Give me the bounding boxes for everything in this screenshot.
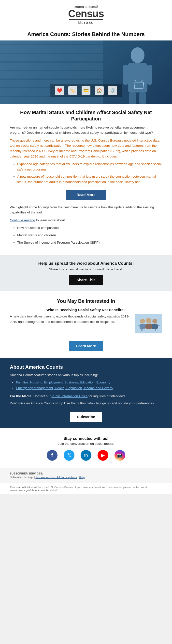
article-para3: We highlight some findings from the new … — [10, 204, 162, 215]
svg-line-7 — [141, 80, 142, 82]
svg-point-14 — [146, 318, 151, 323]
about-btn-center: Subscribe — [10, 408, 162, 422]
share-this-button[interactable]: Share This — [69, 275, 103, 285]
about-topic-2: Emergency Management, Health, Population… — [16, 386, 162, 391]
svg-rect-17 — [152, 324, 158, 329]
about-media-bold: For the Media: — [10, 394, 33, 398]
hero-image: ❤️ 🏷️ 💳 🏠 🛡️ — [0, 40, 172, 104]
footer-help-link[interactable]: Help — [79, 476, 85, 479]
hero-icon-items: 🏷️ — [68, 86, 77, 95]
bullet-item-2: A new measure of household composition t… — [17, 174, 162, 184]
about-signup-text: Don't miss an America Counts story! Use … — [10, 401, 162, 406]
about-topic-2-link[interactable]: Emergency Management, Health, Population… — [16, 386, 113, 390]
bullet2-item-3: The Survey of Income and Program Partici… — [17, 240, 162, 245]
footer-contact-link[interactable]: www.census.gov/about/contact-us.html — [10, 489, 57, 492]
read-more-button[interactable]: Read More — [66, 190, 106, 200]
svg-rect-5 — [139, 92, 146, 104]
logo: United States® Census Bureau — [3, 5, 169, 25]
bullet-item-1: Expanded age categories that allow users… — [17, 162, 162, 172]
interested-title: You May Be Interested In — [10, 298, 162, 304]
svg-rect-2 — [123, 65, 128, 85]
about-media: For the Media: Contact our Public Inform… — [10, 394, 162, 399]
share-title: Help us spread the word about America Co… — [10, 261, 162, 266]
subscribe-button[interactable]: Subscribe — [70, 412, 102, 422]
hero-icon-heart: ❤️ — [55, 86, 64, 95]
svg-rect-15 — [145, 324, 152, 329]
bullet2-item-2: Marital status and children — [17, 232, 162, 238]
logo-census: Census — [3, 8, 169, 19]
footer: SUBSCRIBER SERVICES: Subscriber Settings… — [0, 468, 172, 483]
linkedin-icon[interactable]: in — [81, 450, 91, 461]
about-section: About America Counts America Counts feat… — [0, 358, 172, 428]
learn-more-button[interactable]: Learn More — [69, 341, 103, 351]
interested-card-text: A new data tool allows users to explore … — [10, 314, 131, 324]
twitter-icon[interactable]: 𝕏 — [64, 450, 74, 461]
footer-subscriber-services: SUBSCRIBER SERVICES: — [10, 472, 162, 475]
instagram-icon[interactable]: 📷 — [114, 450, 125, 461]
social-section: Stay connected with us! Join the convers… — [0, 430, 172, 468]
hero-person-svg — [118, 46, 157, 104]
about-media-suffix: for inquiries or interviews. — [88, 394, 126, 398]
footer-subscriber-row: Subscriber Settings | Remove me from All… — [10, 476, 162, 479]
facebook-icon[interactable]: f — [47, 450, 58, 461]
article-para2: These questions and more can be answered… — [10, 138, 162, 159]
youtube-icon[interactable]: ▶ — [98, 450, 108, 461]
about-topics-list: Families, Housing, Employment, Business,… — [16, 380, 162, 391]
svg-rect-13 — [139, 324, 145, 329]
share-subtitle: Share this on social media or forward it… — [10, 268, 162, 271]
hero-icons-overlay: ❤️ 🏷️ 💳 🏠 🛡️ — [50, 84, 122, 97]
bullet2-item-1: New household composition — [17, 225, 162, 230]
header: United States® Census Bureau — [0, 0, 172, 27]
article-title: How Marital Status and Children Affect S… — [10, 109, 162, 122]
interested-content: A new data tool allows users to explore … — [10, 314, 162, 334]
interested-card-title: Who Is Receiving Social Safety Net Benef… — [10, 308, 162, 312]
svg-rect-4 — [129, 92, 136, 104]
about-intro: America Counts features stories on vario… — [10, 372, 162, 378]
interested-card: Who Is Receiving Social Safety Net Benef… — [10, 308, 162, 334]
article-bullets2: New household composition Marital status… — [17, 225, 162, 245]
interested-thumbnail — [135, 314, 162, 334]
hero-icon-home: 🏠 — [95, 86, 104, 95]
article-bullets: Expanded age categories that allow users… — [17, 162, 162, 184]
footer-bottom: This is an official email from the U.S. … — [0, 483, 172, 494]
footer-subscriber-label: SUBSCRIBER SERVICES: — [10, 472, 43, 475]
footer-remove-link[interactable]: Remove me from All Subscriptions — [35, 476, 77, 479]
article-para1: Are married- or unmarried-couple househo… — [10, 125, 162, 136]
about-topic-1: Families, Housing, Employment, Business,… — [16, 380, 162, 386]
footer-official-text: This is an official email from the U.S. … — [10, 486, 162, 492]
about-media-text: Contact our — [33, 394, 52, 398]
svg-line-6 — [135, 80, 136, 82]
article-continue: Continue reading to learn more about: — [10, 218, 162, 223]
social-icons-row: f 𝕏 in ▶ 📷 — [10, 450, 162, 461]
logo-bureau: Bureau — [3, 20, 169, 25]
svg-point-12 — [140, 319, 145, 324]
thumbnail-svg — [135, 314, 162, 334]
main-content: How Marital Status and Children Affect S… — [0, 104, 172, 253]
about-topic-1-link[interactable]: Families, Housing, Employment, Business,… — [16, 380, 110, 384]
interested-section: You May Be Interested In Who Is Receivin… — [0, 294, 172, 356]
share-section: Help us spread the word about America Co… — [0, 255, 172, 291]
continue-reading-link[interactable]: Continue reading — [10, 218, 35, 222]
svg-rect-3 — [147, 65, 152, 85]
page-title-section: America Counts: Stories Behind the Numbe… — [0, 27, 172, 40]
about-pio-link[interactable]: Public Information Office — [52, 394, 88, 398]
hero-icon-money: 💳 — [82, 86, 90, 95]
about-title: About America Counts — [10, 364, 162, 370]
social-title: Stay connected with us! — [10, 436, 162, 441]
hero-icon-shield: 🛡️ — [108, 86, 117, 95]
page-title: America Counts: Stories Behind the Numbe… — [15, 31, 157, 38]
logo-line — [69, 20, 103, 20]
hero-basket-svg — [133, 78, 145, 90]
social-subtitle: Join the conversation on social media. — [10, 442, 162, 446]
svg-point-0 — [131, 47, 144, 63]
svg-point-16 — [152, 319, 157, 324]
footer-subscriber-text: Subscriber Settings | — [10, 476, 35, 479]
